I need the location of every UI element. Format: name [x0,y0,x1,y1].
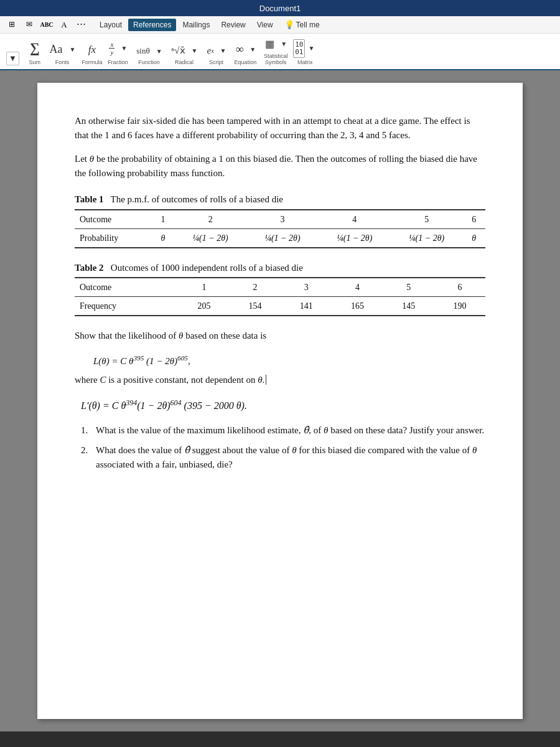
script-label: Script [209,59,223,65]
statistical-dropdown[interactable]: ▼ [278,39,289,49]
function-group: sinθ ▼ Function [133,44,164,65]
lightbulb-icon: 💡 [284,20,294,29]
infinity-dropdown[interactable]: ▼ [247,45,258,54]
title-bar: Document1 [0,0,560,16]
infinity-button[interactable]: ∞ [233,41,247,58]
question-2-number: 2. [81,443,96,471]
mail-icon[interactable]: ✉ [22,18,36,32]
radical-label: Radical [175,59,194,65]
question-2-text: What does the value of θ̂ suggest about … [96,443,485,471]
equation-label: Equation [235,59,257,65]
function-dropdown[interactable]: ▼ [154,47,165,56]
more-icon[interactable]: ··· [75,18,88,32]
menu-layout[interactable]: Layout [95,19,127,31]
matrix-label: Matrix [297,59,313,65]
table1-section: Table 1 The p.m.f. of outcomes of rolls … [75,192,485,248]
menu-review[interactable]: Review [216,19,250,31]
question-2: 2. What does the value of θ̂ suggest abo… [81,443,485,471]
fraction-button[interactable]: x y [106,39,118,58]
script-button[interactable]: ex [203,44,217,58]
radical-group: ⁿ√x̄ ▼ Radical [169,43,200,65]
matrix-button[interactable]: 1001 [293,39,305,58]
document-title: Document1 [259,4,301,13]
question-1-number: 1. [81,423,96,438]
formula-group: fx Formula [82,42,102,65]
menu-mailings[interactable]: Mailings [177,19,215,31]
table2-subtitle: Outcomes of 1000 independent rolls of a … [106,263,303,273]
formula-likelihood: L(θ) = C θ395 (1 − 2θ)605, [93,353,485,369]
infinity-group: ∞ ▼ Equation [233,41,259,65]
aa-dropdown[interactable]: ▼ [67,45,78,54]
fx-button[interactable]: fx [85,42,99,58]
paragraph-1: An otherwise fair six-sided die has been… [75,114,485,142]
script-group: ex ▼ Script [203,44,228,65]
table2: Outcome 1 2 3 4 5 6 Frequency 205 154 14… [75,277,485,316]
statistical-group: ▦ ▼ StatisticalSymbols [262,36,289,65]
document-area: An otherwise fair six-sided die has been… [0,70,560,731]
fraction-group: x y ▼ Fraction [106,39,129,65]
radical-dropdown[interactable]: ▼ [189,46,200,55]
function-label: Function [138,59,160,65]
ribbon: ▼ ∑ Sum Aa ▼ Fonts fx Formula x y ▼ Frac… [0,34,560,70]
table2-section: Table 2 Outcomes of 1000 independent rol… [75,261,485,317]
menu-view[interactable]: View [252,19,278,31]
abc-icon[interactable]: ABC [40,18,54,32]
matrix-dropdown[interactable]: ▼ [306,44,317,53]
question-1-text: What is the value of the maximum likelih… [96,423,484,438]
matrix-group: 1001 ▼ Matrix [293,39,317,65]
script-dropdown[interactable]: ▼ [218,46,229,55]
fraction-label: Fraction [108,59,128,65]
font-icon[interactable]: A [57,18,71,32]
aa-button[interactable]: Aa [47,41,66,58]
statistical-label: StatisticalSymbols [264,53,288,65]
show-likelihood-text: Show that the likelihood of θ based on t… [75,329,485,343]
radical-button[interactable]: ⁿ√x̄ [169,43,189,58]
fraction-dropdown[interactable]: ▼ [118,44,129,53]
fonts-label: Fonts [55,59,70,65]
table1-title: Table 1 [75,194,104,204]
sigma-label: Sum [29,59,40,65]
table2-title: Table 2 [75,263,104,273]
text-cursor [266,375,266,385]
formula-label: Formula [82,59,102,65]
table1: Outcome 1 2 3 4 5 6 Probability θ ¼(1 − … [75,209,485,248]
sigma-group: ∑ Sum [27,38,43,65]
formula-derivative: L′(θ) = C θ394(1 − 2θ)604 (395 − 2000 θ)… [81,397,485,413]
statistical-button[interactable]: ▦ [262,36,278,52]
fonts-group: Aa ▼ Fonts [47,41,78,65]
where-c-text: where C is a positive constant, not depe… [75,373,485,387]
menu-items: Layout References Mailings Review View 💡… [95,18,325,31]
grid-icon[interactable]: ⊞ [5,18,19,32]
numbered-list: 1. What is the value of the maximum like… [75,423,485,472]
function-button[interactable]: sinθ [133,44,152,58]
table1-subtitle: The p.m.f. of outcomes of rolls of a bia… [106,194,283,204]
paragraph-2: Let θ be the probability of obtaining a … [75,152,485,180]
menu-bar: ⊞ ✉ ABC A ··· Layout References Mailings… [0,16,560,34]
menu-icons: ⊞ ✉ ABC A ··· [5,18,88,32]
menu-references[interactable]: References [128,19,176,31]
question-1: 1. What is the value of the maximum like… [81,423,485,438]
sigma-button[interactable]: ∑ [27,38,43,58]
dropdown-arrow-icon[interactable]: ▼ [6,52,19,65]
document-page[interactable]: An otherwise fair six-sided die has been… [37,83,523,719]
menu-tell-me[interactable]: 💡 Tell me [279,18,325,31]
